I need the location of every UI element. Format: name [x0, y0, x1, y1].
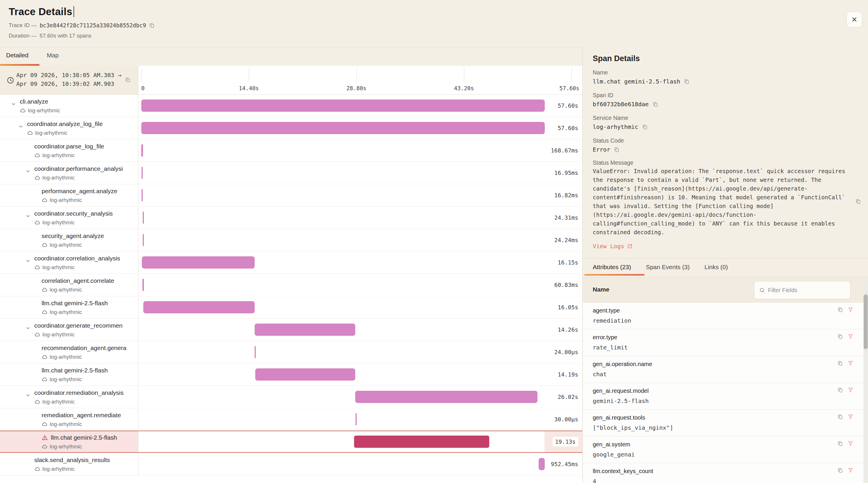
span-gantt-row[interactable]: 19.13s	[138, 431, 582, 453]
span-tree-item[interactable]: llm.chat gemini-2.5-flashlog-arhythmic	[0, 363, 138, 386]
span-duration-bar[interactable]	[539, 458, 545, 470]
span-duration-bar[interactable]	[141, 144, 143, 157]
copy-icon[interactable]	[837, 334, 843, 339]
span-tree-item[interactable]: performance_agent.analyzelog-arhythmic	[0, 184, 138, 206]
span-row: coordinator.remediation_analysislog-arhy…	[0, 386, 582, 408]
chevron-down-icon[interactable]	[18, 124, 24, 129]
chevron-down-icon[interactable]	[25, 325, 31, 331]
filter-funnel-icon[interactable]	[848, 360, 854, 366]
copy-icon[interactable]	[837, 360, 843, 366]
close-button[interactable]	[846, 12, 862, 27]
copy-icon[interactable]	[125, 77, 130, 83]
span-tree-item[interactable]: llm.chat gemini-2.5-flashlog-arhythmic	[0, 296, 138, 319]
span-tree-item[interactable]: coordinator.security_analysislog-arhythm…	[0, 206, 138, 229]
copy-icon[interactable]	[614, 147, 619, 152]
scrollbar-track[interactable]	[864, 278, 868, 483]
span-duration-bar[interactable]	[255, 323, 355, 336]
view-logs-link[interactable]: View Logs	[593, 243, 633, 250]
span-tree-item[interactable]: correlation_agent.correlatelog-arhythmic	[0, 274, 138, 296]
span-gantt-row[interactable]: 16.05s	[138, 296, 582, 319]
attr-tab-attributes[interactable]: Attributes (23)	[593, 264, 631, 271]
attr-tab-span-events[interactable]: Span Events (3)	[646, 264, 690, 271]
scrollbar-thumb[interactable]	[864, 294, 868, 349]
attr-tab-links[interactable]: Links (0)	[704, 264, 728, 271]
filter-funnel-icon[interactable]	[848, 441, 854, 446]
span-duration-bar[interactable]	[142, 189, 143, 201]
span-tree-item[interactable]: llm.chat gemini-2.5-flashlog-arhythmic	[0, 431, 138, 453]
span-gantt-row[interactable]: 57.60s	[138, 94, 582, 117]
span-gantt-row[interactable]: 14.19s	[138, 363, 582, 386]
span-duration-bar[interactable]	[142, 167, 143, 179]
chevron-down-icon[interactable]	[25, 213, 31, 219]
span-duration-bar[interactable]	[355, 391, 537, 403]
chevron-down-icon[interactable]	[25, 168, 31, 174]
copy-icon[interactable]	[855, 198, 861, 204]
attributes-tab-bar: Attributes (23)Span Events (3)Links (0)	[593, 264, 728, 271]
span-tree-item[interactable]: coordinator.analyze_log_filelog-arhythmi…	[0, 117, 138, 139]
span-tree-item[interactable]: coordinator.correlation_analysislog-arhy…	[0, 251, 138, 274]
cloud-icon	[41, 242, 48, 248]
span-tree-item[interactable]: coordinator.generate_recommenlog-arhythm…	[0, 319, 138, 341]
span-tree-item[interactable]: cli.analyzelog-arhythmic	[0, 94, 138, 117]
tab-map[interactable]: Map	[47, 52, 59, 59]
span-gantt-row[interactable]: 16.95ms	[138, 162, 582, 184]
attribute-actions	[837, 360, 854, 366]
copy-icon[interactable]	[837, 414, 843, 420]
span-duration-bar[interactable]	[142, 256, 255, 268]
span-gantt-row[interactable]: 14.26s	[138, 319, 582, 341]
span-gantt-row[interactable]: 16.15s	[138, 251, 582, 274]
copy-icon[interactable]	[837, 387, 843, 393]
copy-icon[interactable]	[837, 441, 843, 446]
span-duration-bar[interactable]	[355, 413, 357, 425]
span-gantt-row[interactable]: 60.83ms	[138, 274, 582, 296]
span-gantt-row[interactable]: 24.31ms	[138, 206, 582, 229]
span-tree-item[interactable]: remediation_agent.remediatelog-arhythmic	[0, 408, 138, 431]
attribute-row: llm.context_keys_count4	[583, 463, 863, 483]
span-name: coordinator.performance_analysi	[34, 165, 123, 172]
copy-icon[interactable]	[652, 101, 658, 107]
filter-funnel-icon[interactable]	[848, 414, 854, 420]
copy-icon[interactable]	[149, 22, 155, 28]
span-service: log-arhythmic	[34, 332, 75, 338]
span-tree-item[interactable]: coordinator.performance_analysilog-arhyt…	[0, 162, 138, 184]
filter-funnel-icon[interactable]	[848, 307, 854, 312]
filter-funnel-icon[interactable]	[848, 334, 854, 339]
filter-funnel-icon[interactable]	[848, 387, 854, 393]
span-name: coordinator.parse_log_file	[34, 143, 104, 150]
span-tree-item[interactable]: coordinator.parse_log_filelog-arhythmic	[0, 139, 138, 162]
span-duration-bar[interactable]	[143, 234, 144, 246]
copy-icon[interactable]	[684, 79, 689, 84]
span-tree-item[interactable]: recommendation_agent.generalog-arhythmic	[0, 341, 138, 363]
span-duration-bar[interactable]	[143, 301, 255, 313]
span-duration-bar[interactable]	[255, 368, 355, 380]
span-id-label: Span ID	[593, 92, 613, 98]
chevron-down-icon[interactable]	[11, 101, 16, 107]
span-gantt-row[interactable]: 16.82ms	[138, 184, 582, 206]
span-gantt-row[interactable]: 30.00µs	[138, 408, 582, 431]
span-gantt-row[interactable]: 57.60s	[138, 117, 582, 139]
span-duration-bar[interactable]	[255, 346, 256, 358]
span-gantt-row[interactable]: 168.67ms	[138, 139, 582, 162]
span-duration-bar[interactable]	[141, 122, 545, 134]
span-duration-bar[interactable]	[143, 211, 144, 224]
filter-fields-input[interactable]	[768, 287, 846, 293]
span-tree-item[interactable]: coordinator.remediation_analysislog-arhy…	[0, 386, 138, 408]
status-code-value-row: Error	[593, 146, 619, 153]
span-gantt-row[interactable]: 26.02s	[138, 386, 582, 408]
copy-icon[interactable]	[837, 467, 843, 473]
tab-detailed[interactable]: Detailed	[6, 52, 29, 59]
chevron-down-icon[interactable]	[25, 258, 31, 264]
cloud-icon	[34, 332, 40, 338]
span-duration-bar[interactable]	[354, 435, 489, 448]
span-tree-item[interactable]: security_agent.analyzelog-arhythmic	[0, 229, 138, 251]
copy-icon[interactable]	[837, 307, 843, 312]
chevron-down-icon[interactable]	[25, 393, 31, 398]
filter-funnel-icon[interactable]	[848, 467, 854, 473]
span-duration-bar[interactable]	[141, 100, 545, 112]
span-gantt-row[interactable]: 24.24ms	[138, 229, 582, 251]
span-tree-item[interactable]: slack.send_analysis_resultslog-arhythmic	[0, 453, 138, 476]
span-duration-bar[interactable]	[143, 279, 144, 291]
copy-icon[interactable]	[642, 124, 648, 130]
span-gantt-row[interactable]: 24.00µs	[138, 341, 582, 363]
span-gantt-row[interactable]: 952.45ms	[138, 453, 582, 476]
